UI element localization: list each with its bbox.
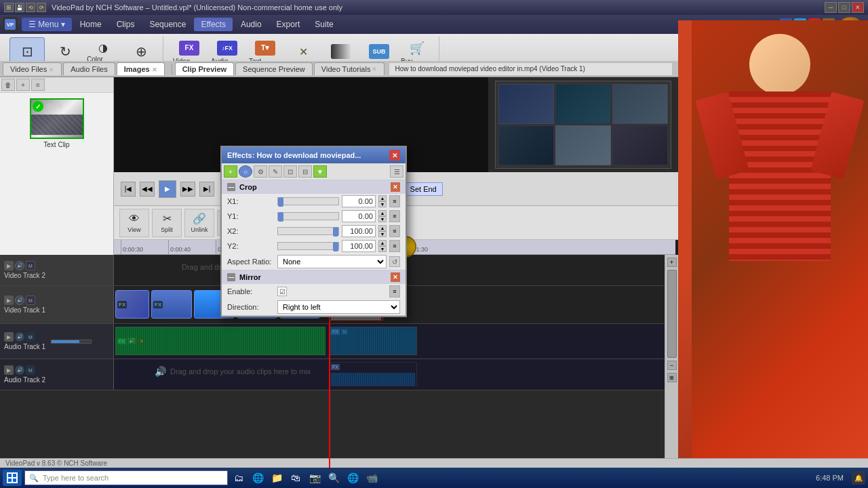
taskbar-search2-icon[interactable]: 🔍 (326, 470, 342, 486)
taskbar-store-icon[interactable]: 🛍 (288, 470, 304, 486)
effects-add-button[interactable]: + (224, 165, 237, 178)
effects-close-button[interactable]: ✕ (389, 150, 400, 161)
audio-2-mute[interactable]: M (26, 365, 35, 375)
effects-pencil-button[interactable]: ✎ (269, 165, 282, 178)
collapse-crop-button[interactable]: — (227, 183, 235, 191)
menu-menu-item[interactable]: ☰ Menu ▾ (22, 18, 72, 31)
fast-forward-button[interactable]: ▶▶ (180, 182, 195, 197)
audio-1-vol-icon[interactable]: 🔊 (15, 332, 24, 342)
x2-down[interactable]: ▼ (378, 231, 387, 237)
taskbar-search-box[interactable]: 🔍 Type here to search (24, 470, 228, 485)
effects-copy-button[interactable]: ⊡ (283, 165, 297, 178)
maximize-button[interactable]: □ (838, 2, 850, 13)
zoom-fit-button[interactable]: ⊞ (667, 373, 677, 382)
track-lock-icon[interactable]: 🔊 (15, 261, 24, 270)
enable-menu[interactable]: ≡ (389, 285, 400, 298)
start-button[interactable] (3, 470, 22, 486)
view-button[interactable]: 👁 View (119, 209, 149, 237)
menu-suite-item[interactable]: Suite (308, 18, 340, 31)
tab-video-files[interactable]: Video Files ✕ (3, 62, 62, 75)
go-to-end-button[interactable]: ▶| (199, 182, 214, 197)
close-button[interactable]: ✕ (852, 2, 864, 13)
x1-up[interactable]: ▲ (378, 195, 387, 201)
aspect-ratio-select[interactable]: None 16:9 4:3 1:1 (277, 255, 387, 268)
tab-clip-preview[interactable]: Clip Preview (175, 62, 234, 75)
effects-circle-button[interactable]: ○ (239, 165, 252, 178)
y1-slider[interactable] (277, 212, 339, 220)
menu-sequence-item[interactable]: Sequence (142, 18, 193, 31)
zoom-out-button[interactable]: − (667, 361, 677, 370)
x2-arrows[interactable]: ▲ ▼ (378, 225, 387, 237)
audio-2-play[interactable]: ▶ (4, 365, 14, 375)
split-button[interactable]: ✂ Split (152, 209, 182, 237)
x2-menu[interactable]: ≡ (389, 225, 400, 237)
collapse-mirror-button[interactable]: — (227, 273, 235, 281)
audio-track-2-waveform[interactable]: FX (329, 362, 417, 386)
tab-video-tutorials[interactable]: Video Tutorials ✕ (314, 62, 385, 75)
taskbar-folder-icon[interactable]: 📁 (269, 470, 285, 486)
set-end-button[interactable]: Set End (404, 182, 443, 196)
video-clip[interactable]: FX (115, 290, 149, 319)
menu-home-item[interactable]: Home (73, 18, 108, 31)
taskbar-video-icon[interactable]: 📹 (363, 470, 380, 486)
y2-slider[interactable] (277, 242, 339, 250)
effects-paste-button[interactable]: ⊟ (298, 165, 312, 178)
x2-slider[interactable] (277, 227, 339, 235)
track-mute-icon[interactable]: M (26, 261, 35, 270)
taskbar-edge-icon[interactable]: 🌐 (344, 470, 361, 486)
play-button[interactable]: ▶ (159, 180, 176, 198)
zoom-slider[interactable] (667, 270, 677, 358)
y1-down[interactable]: ▼ (378, 216, 387, 222)
y2-up[interactable]: ▲ (378, 240, 387, 246)
go-to-start-button[interactable]: |◀ (121, 182, 136, 197)
fp-delete-button[interactable]: 🗑 (1, 79, 15, 91)
taskbar-file-explorer-icon[interactable]: 🗂 (231, 470, 247, 486)
effects-menu-button[interactable]: ☰ (390, 165, 403, 178)
enable-checkbox[interactable]: ☑ (277, 287, 287, 296)
fp-list-button[interactable]: ≡ (31, 79, 45, 91)
menu-effects-item[interactable]: Effects (194, 18, 232, 31)
direction-select[interactable]: Right to left Left to right Top to botto… (277, 300, 400, 314)
window-controls[interactable]: ─ □ ✕ (825, 2, 864, 13)
track-1-play-button[interactable]: ▶ (4, 296, 14, 305)
audio-waveform-block-2[interactable]: FX M (329, 327, 417, 355)
x1-slider[interactable] (277, 197, 339, 205)
notification-icon[interactable]: 🔔 (852, 471, 865, 485)
crop-section-header[interactable]: — Crop ✕ (222, 180, 406, 194)
crop-remove-button[interactable]: ✕ (391, 182, 400, 192)
x1-arrows[interactable]: ▲ ▼ (378, 195, 387, 207)
audio-waveform-block[interactable]: FX 🔊 ◑ (115, 327, 326, 355)
menu-clips-item[interactable]: Clips (110, 18, 142, 31)
unlink-button[interactable]: 🔗 Unlink (184, 209, 214, 237)
mirror-remove-button[interactable]: ✕ (391, 272, 400, 282)
x1-menu[interactable]: ≡ (389, 195, 400, 207)
menu-export-item[interactable]: Export (270, 18, 307, 31)
tab-audio-files[interactable]: Audio Files (63, 62, 115, 75)
video-clip[interactable]: FX (151, 290, 192, 319)
menu-audio-item[interactable]: Audio (234, 18, 269, 31)
effects-green-btn[interactable]: ▼ (313, 165, 327, 178)
tab-sequence-preview[interactable]: Sequence Preview (235, 62, 313, 75)
y2-down[interactable]: ▼ (378, 246, 387, 252)
audio-2-vol-icon[interactable]: 🔊 (15, 365, 24, 375)
zoom-in-button[interactable]: + (667, 258, 677, 267)
x1-down[interactable]: ▼ (378, 201, 387, 207)
y1-arrows[interactable]: ▲ ▼ (378, 210, 387, 222)
track-toggle-button[interactable]: ▶ (4, 261, 14, 270)
audio-1-volume-slider[interactable] (51, 340, 92, 344)
fp-add-button[interactable]: + (16, 79, 30, 91)
taskbar-browser-icon[interactable]: 🌐 (250, 470, 266, 486)
clip-item[interactable]: ✓ digital Text Clip (3, 96, 111, 151)
tab-images[interactable]: Images ✕ (117, 62, 165, 75)
track-1-audio-icon[interactable]: 🔊 (15, 296, 24, 305)
aspect-reset-button[interactable]: ↺ (389, 256, 400, 267)
effects-settings-button[interactable]: ⚙ (254, 165, 267, 178)
y1-up[interactable]: ▲ (378, 210, 387, 216)
minimize-button[interactable]: ─ (825, 2, 837, 13)
play-reverse-button[interactable]: ◀◀ (140, 182, 155, 197)
taskbar-camera-icon[interactable]: 📷 (307, 470, 323, 486)
y1-menu[interactable]: ≡ (389, 210, 400, 222)
mirror-section-header[interactable]: — Mirror ✕ (222, 270, 406, 284)
y2-arrows[interactable]: ▲ ▼ (378, 240, 387, 252)
audio-1-mute[interactable]: M (26, 332, 35, 342)
